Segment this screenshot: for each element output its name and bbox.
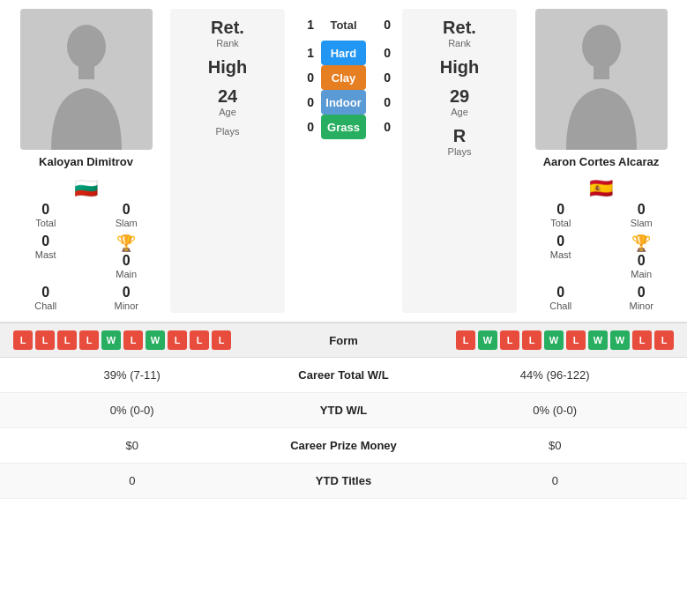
- left-mast-cell: 0 Mast: [9, 232, 83, 281]
- stats-left-2: $0: [18, 439, 247, 452]
- left-minor-label: Minor: [114, 301, 138, 311]
- left-high-value: High: [208, 57, 247, 78]
- right-age-label: Age: [450, 107, 469, 117]
- form-right-badge-4: W: [544, 330, 564, 350]
- right-minor-label: Minor: [629, 301, 653, 311]
- right-mast-label: Mast: [550, 249, 571, 260]
- stats-row-2: $0 Career Prize Money $0: [0, 428, 687, 464]
- left-slam-label: Slam: [116, 218, 138, 228]
- stats-right-2: $0: [441, 439, 670, 452]
- form-left-badge-0: L: [13, 330, 33, 350]
- right-mast-cell: 0 Mast: [524, 232, 598, 281]
- left-slam-cell: 0 Slam: [90, 200, 164, 230]
- surface-right-count-clay: 0: [373, 71, 391, 85]
- right-minor-cell: 0 Minor: [605, 283, 679, 313]
- right-plays-label: Plays: [448, 146, 472, 157]
- left-age-value: 24: [218, 86, 237, 107]
- surface-left-count-grass: 0: [296, 120, 314, 134]
- right-total-label: Total: [550, 218, 571, 228]
- right-player-flag: 🇪🇸: [589, 177, 613, 200]
- form-left-badge-7: L: [168, 330, 187, 350]
- form-left-badge-3: L: [79, 330, 99, 350]
- form-left-badge-2: L: [57, 330, 77, 350]
- svg-point-0: [67, 25, 106, 69]
- players-section: Kaloyan Dimitrov 🇧🇬 0 Total 0 Slam 0 Mas…: [0, 0, 687, 322]
- left-total-count: 1: [296, 18, 314, 32]
- main-container: Kaloyan Dimitrov 🇧🇬 0 Total 0 Slam 0 Mas…: [0, 0, 687, 499]
- right-slam-cell: 0 Slam: [605, 200, 679, 230]
- left-rank-label: Rank: [211, 38, 244, 48]
- left-main-value: 0: [123, 253, 131, 269]
- form-left-badge-9: L: [212, 330, 231, 350]
- left-player-stats: 0 Total 0 Slam 0 Mast 🏆 0 Main 0: [9, 200, 163, 313]
- svg-rect-1: [78, 66, 94, 79]
- surface-left-count-clay: 0: [296, 71, 314, 85]
- surface-badge-indoor: Indoor: [321, 90, 366, 115]
- stats-right-1: 0% (0-0): [441, 404, 670, 417]
- stats-label-2: Career Prize Money: [247, 439, 441, 452]
- stats-right-3: 0: [441, 474, 670, 487]
- form-left: LLLLWLWLLL: [13, 330, 286, 350]
- right-high-value: High: [440, 57, 479, 78]
- right-player-stats: 0 Total 0 Slam 0 Mast 🏆 0 Main 0: [524, 200, 678, 313]
- form-right-badge-2: L: [500, 330, 519, 350]
- left-player-flag: 🇧🇬: [74, 177, 98, 200]
- surface-left-count-hard: 1: [296, 46, 314, 60]
- surface-right-count-grass: 0: [373, 120, 391, 134]
- left-ret-rank: Ret. Rank: [211, 18, 244, 48]
- right-chall-cell: 0 Chall: [524, 283, 598, 313]
- stats-table: 39% (7-11) Career Total W/L 44% (96-122)…: [0, 358, 687, 499]
- right-slam-value: 0: [638, 202, 646, 218]
- right-minor-value: 0: [638, 285, 646, 301]
- form-right-badge-5: L: [566, 330, 586, 350]
- surface-row-indoor: 0 Indoor 0: [296, 90, 391, 115]
- left-chall-cell: 0 Chall: [9, 283, 83, 313]
- right-ret-rank: Ret. Rank: [443, 18, 476, 48]
- stats-label-0: Career Total W/L: [247, 368, 441, 382]
- form-right-badge-8: L: [632, 330, 652, 350]
- left-age-stat: 24 Age: [218, 86, 237, 117]
- right-age-value: 29: [450, 86, 469, 107]
- form-right-badge-7: W: [610, 330, 630, 350]
- left-age-label: Age: [218, 107, 237, 117]
- stats-label-1: YTD W/L: [247, 404, 441, 417]
- left-player-name: Kaloyan Dimitrov: [39, 155, 133, 168]
- surface-row-hard: 1 Hard 0: [296, 41, 391, 65]
- left-mast-label: Mast: [35, 249, 56, 260]
- right-chall-label: Chall: [549, 301, 571, 311]
- surface-rows: 1 Hard 0 0 Clay 0 0 Indoor 0 0 Grass 0: [296, 41, 391, 139]
- right-age-stat: 29 Age: [450, 86, 469, 117]
- right-player-avatar: [535, 9, 668, 150]
- svg-rect-3: [594, 66, 609, 79]
- surface-badge-clay: Clay: [321, 65, 366, 90]
- form-left-badge-8: L: [190, 330, 209, 350]
- form-right-badge-9: L: [654, 330, 674, 350]
- stats-left-3: 0: [18, 474, 247, 487]
- total-label: Total: [321, 19, 366, 32]
- left-chall-value: 0: [41, 285, 49, 301]
- left-mast-value: 0: [41, 234, 49, 249]
- left-main-label: Main: [116, 269, 137, 279]
- left-middle-stats: Ret. Rank High 24 Age Plays: [170, 9, 285, 313]
- right-chall-value: 0: [556, 285, 564, 301]
- total-row: 1 Total 0: [296, 18, 391, 32]
- right-total-cell: 0 Total: [524, 200, 598, 230]
- form-right-badge-6: W: [588, 330, 608, 350]
- right-trophy-cell: 🏆 0 Main: [605, 232, 679, 281]
- right-plays-stat: R Plays: [448, 126, 472, 157]
- right-main-label: Main: [631, 269, 652, 279]
- form-right-badge-1: W: [478, 330, 497, 350]
- form-left-badge-1: L: [35, 330, 55, 350]
- left-total-value: 0: [41, 202, 49, 218]
- surface-row-clay: 0 Clay 0: [296, 65, 391, 90]
- form-right: LWLLWLWWLL: [402, 330, 675, 350]
- form-left-badge-4: W: [101, 330, 121, 350]
- form-right-badge-0: L: [456, 330, 475, 350]
- surface-section: 1 Total 0 1 Hard 0 0 Clay 0 0 Indoor 0 0…: [292, 9, 395, 313]
- stats-left-0: 39% (7-11): [18, 368, 247, 382]
- right-total-value: 0: [556, 202, 564, 218]
- surface-badge-grass: Grass: [321, 115, 366, 139]
- left-player-avatar: [20, 9, 153, 150]
- svg-point-2: [582, 25, 621, 69]
- right-rank-label: Rank: [443, 38, 476, 48]
